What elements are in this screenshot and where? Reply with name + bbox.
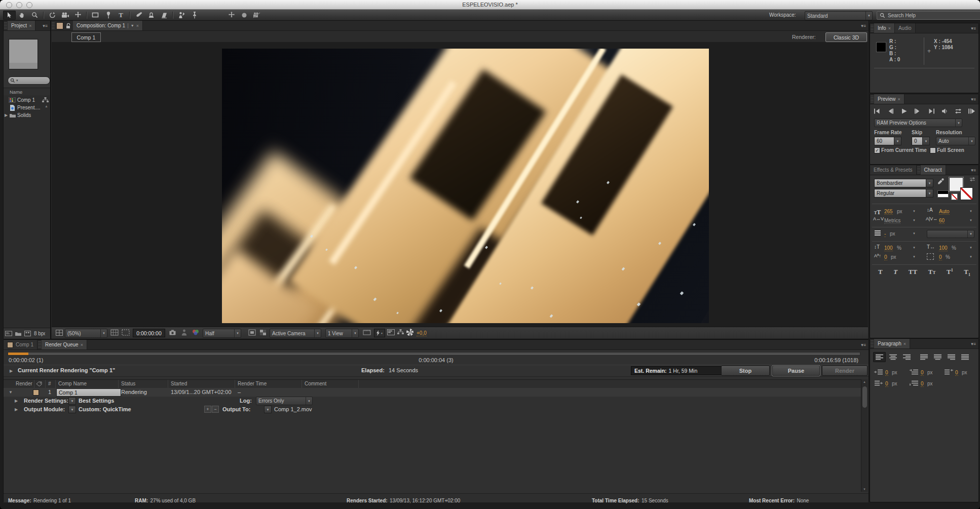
panel-menu-icon[interactable]: ▾≡ — [858, 21, 869, 30]
row-comp-name-field[interactable]: Comp 1 — [56, 388, 121, 397]
faux-bold-button[interactable]: T — [878, 268, 883, 277]
baseline-shift-value[interactable]: 0 — [884, 254, 887, 260]
chevron-down-icon[interactable]: ▼ — [969, 219, 972, 222]
scroll-up-icon[interactable]: ▲ — [45, 104, 48, 108]
panel-gripper[interactable] — [917, 167, 920, 173]
tab-info[interactable]: Info× — [874, 23, 895, 33]
justify-last-right-button[interactable] — [945, 352, 958, 362]
queue-row[interactable]: ▼ 1 Comp 1 Rendering 13/09/1...20 GMT+02… — [4, 388, 861, 397]
scroll-up-icon[interactable]: ▲ — [863, 380, 866, 383]
font-size-value[interactable]: 265 — [884, 209, 893, 215]
show-channel-icon[interactable] — [192, 329, 200, 336]
justify-last-left-button[interactable] — [918, 352, 930, 362]
no-fill-swatch[interactable] — [951, 193, 958, 200]
brush-tool[interactable] — [132, 11, 145, 20]
chevron-down-icon[interactable]: ▼ — [969, 255, 972, 258]
show-snapshot-icon[interactable] — [181, 329, 187, 336]
close-icon[interactable]: × — [888, 26, 891, 31]
add-output-button[interactable]: + — [204, 406, 211, 413]
minimize-button[interactable] — [16, 2, 22, 8]
column-number[interactable]: # — [48, 381, 51, 386]
panel-menu-icon[interactable]: ▾≡ — [968, 94, 978, 104]
close-icon[interactable]: × — [903, 341, 906, 346]
snapshot-icon[interactable] — [169, 330, 177, 335]
render-settings-dropdown-button[interactable]: ▼ — [68, 397, 76, 405]
panel-gripper[interactable] — [871, 340, 874, 347]
twirl-icon[interactable]: ▶ — [15, 399, 18, 403]
full-screen-checkbox[interactable] — [930, 147, 936, 153]
clone-stamp-tool[interactable] — [145, 11, 158, 20]
hand-tool[interactable] — [16, 11, 28, 20]
panel-gripper[interactable] — [38, 341, 41, 348]
stroke-width-value[interactable]: - — [884, 231, 886, 237]
stop-button[interactable]: Stop — [721, 366, 770, 376]
workspace-dropdown[interactable]: Standard▼ — [805, 11, 873, 20]
ram-preview-options-dropdown[interactable]: RAM Preview Options▼ — [874, 119, 962, 127]
panel-menu-icon[interactable]: ▾≡ — [968, 23, 978, 33]
font-style-dropdown-button[interactable]: ▼ — [926, 189, 933, 198]
lock-icon[interactable] — [65, 23, 71, 29]
small-caps-button[interactable]: TT — [928, 268, 936, 277]
flowchart-icon[interactable] — [42, 97, 49, 103]
panel-menu-icon[interactable]: ▾≡ — [858, 340, 869, 349]
log-dropdown[interactable]: Errors Only▼ — [256, 397, 313, 405]
list-item[interactable]: ▶ Solids — [4, 111, 50, 119]
chevron-down-icon[interactable]: ▼ — [913, 219, 916, 222]
exposure-value[interactable]: +0,0 — [417, 330, 427, 336]
align-left-button[interactable] — [873, 352, 886, 362]
scroll-down-icon[interactable]: ▼ — [863, 488, 866, 491]
view-count-dropdown[interactable]: 1 View▼ — [325, 329, 359, 338]
zoom-button[interactable] — [26, 2, 32, 8]
comp-mini-flowchart-crumb[interactable]: Comp 1 — [71, 32, 101, 42]
previous-frame-button[interactable] — [887, 108, 894, 114]
project-search-field[interactable]: ▾ — [8, 76, 50, 85]
type-tool[interactable]: T — [115, 11, 127, 20]
space-after-value[interactable]: 0 — [921, 381, 924, 387]
loop-button[interactable] — [955, 108, 962, 114]
rotation-tool[interactable] — [46, 11, 59, 20]
column-status[interactable]: Status — [121, 381, 135, 386]
exposure-shutter-icon[interactable] — [406, 329, 413, 336]
preview-resolution-dropdown[interactable]: Auto▼ — [936, 137, 975, 145]
column-comp-name[interactable]: Comp Name — [58, 381, 87, 386]
pan-behind-tool[interactable] — [71, 11, 84, 20]
tab-effects-presets[interactable]: Effects & Presets — [870, 165, 917, 175]
tsume-value[interactable]: 0 — [939, 254, 942, 260]
new-folder-icon[interactable] — [15, 331, 22, 336]
region-of-interest-icon[interactable] — [122, 329, 130, 336]
next-frame-button[interactable] — [914, 108, 921, 114]
tab-render-queue[interactable]: Render Queue× — [42, 340, 87, 349]
font-style-field[interactable]: Regular — [874, 189, 930, 198]
target-region-icon[interactable] — [248, 329, 256, 336]
transparency-grid-icon[interactable] — [259, 329, 267, 336]
chevron-down-icon[interactable]: ▼ — [969, 246, 972, 249]
pen-tool[interactable] — [102, 11, 115, 20]
last-frame-button[interactable] — [928, 108, 935, 114]
audio-button[interactable] — [941, 108, 948, 114]
ram-preview-button[interactable] — [968, 108, 975, 114]
first-line-indent-value[interactable]: 0 — [921, 370, 924, 376]
twirl-icon[interactable]: ▶ — [5, 113, 8, 118]
faux-italic-button[interactable]: T — [893, 268, 897, 277]
tab-paragraph[interactable]: Paragraph× — [874, 339, 910, 348]
list-item[interactable]: Present.... ▲ — [4, 104, 50, 111]
column-render-time[interactable]: Render Time — [238, 381, 267, 386]
output-module-value[interactable]: Custom: QuickTime — [79, 406, 131, 412]
panel-gripper[interactable] — [871, 25, 874, 31]
always-preview-icon[interactable] — [56, 330, 63, 336]
list-item[interactable]: Comp 1 — [4, 96, 50, 104]
close-icon[interactable]: × — [898, 97, 900, 102]
tab-character[interactable]: Charact — [921, 165, 946, 175]
column-comment[interactable]: Comment — [305, 381, 326, 386]
output-module-dropdown-button[interactable]: ▼ — [68, 406, 76, 413]
camera-tool[interactable] — [59, 11, 71, 20]
zoom-tool[interactable] — [28, 11, 41, 20]
twirl-icon[interactable]: ▶ — [10, 369, 13, 373]
tab-composition[interactable]: Composition: Comp 1 |▼ × — [73, 21, 143, 30]
row-color-swatch[interactable] — [33, 389, 39, 396]
new-composition-icon[interactable] — [24, 331, 31, 336]
twirl-icon[interactable]: ▶ — [15, 407, 18, 412]
font-family-field[interactable]: Bombardier — [874, 179, 930, 187]
chevron-down-icon[interactable]: ▼ — [969, 210, 972, 213]
column-render[interactable]: Render — [16, 381, 32, 386]
